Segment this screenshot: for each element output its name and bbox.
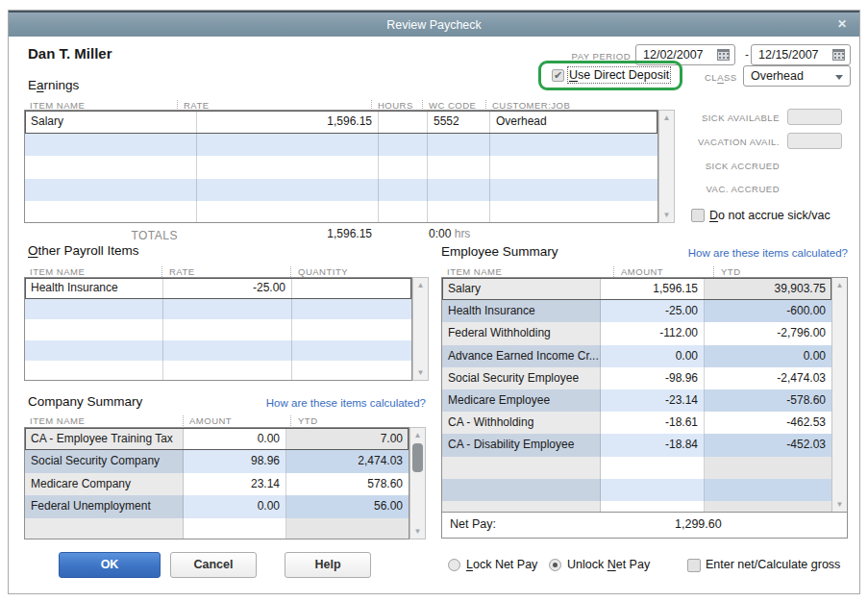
enter-net-checkbox[interactable]: [687, 559, 701, 572]
table-cell[interactable]: 23.14: [184, 473, 286, 495]
table-row[interactable]: Salary1,596.155552Overhead: [25, 111, 657, 134]
table-cell[interactable]: [292, 361, 411, 381]
table-cell[interactable]: [490, 156, 657, 179]
scroll-down-icon[interactable]: ▼: [832, 500, 847, 509]
table-cell[interactable]: [705, 501, 831, 512]
sick-available-input[interactable]: [787, 109, 842, 125]
ok-button[interactable]: OK: [59, 552, 161, 578]
scrollbar-thumb[interactable]: [412, 443, 423, 472]
table-row[interactable]: [25, 361, 411, 381]
company-summary-scrollbar[interactable]: ▲ ▼: [409, 427, 426, 539]
cancel-button[interactable]: Cancel: [170, 552, 257, 578]
table-cell[interactable]: [705, 457, 831, 479]
scroll-up-icon[interactable]: ▲: [832, 281, 847, 289]
table-cell[interactable]: [379, 134, 428, 157]
table-cell[interactable]: CA - Employee Training Tax: [25, 428, 184, 450]
table-cell[interactable]: -2,474.03: [705, 367, 831, 389]
table-row[interactable]: Health Insurance-25.00-600.00: [442, 300, 831, 322]
table-cell[interactable]: -25.00: [601, 300, 705, 322]
scroll-down-icon[interactable]: ▼: [659, 211, 674, 219]
table-cell[interactable]: [292, 319, 411, 340]
table-cell[interactable]: Federal Unemployment: [25, 495, 184, 517]
table-cell[interactable]: -462.53: [705, 412, 831, 434]
table-cell[interactable]: [379, 111, 428, 134]
use-direct-deposit-checkbox[interactable]: ✔: [552, 69, 564, 82]
table-cell[interactable]: [379, 156, 428, 179]
table-cell[interactable]: [379, 179, 428, 202]
lock-net-pay-radio[interactable]: [448, 559, 460, 571]
table-row[interactable]: [25, 179, 657, 202]
table-cell[interactable]: [379, 201, 428, 223]
table-cell[interactable]: [163, 319, 292, 340]
calendar-icon[interactable]: [717, 49, 730, 61]
table-cell[interactable]: [442, 479, 601, 501]
table-row[interactable]: Federal Withholding-112.00-2,796.00: [442, 322, 831, 344]
table-row[interactable]: [25, 319, 411, 340]
table-cell[interactable]: 578.60: [286, 473, 409, 495]
table-row[interactable]: Federal Unemployment0.0056.00: [25, 495, 409, 517]
table-cell[interactable]: Overhead: [490, 111, 657, 134]
table-cell[interactable]: [428, 134, 490, 157]
table-cell[interactable]: [25, 340, 163, 362]
table-row[interactable]: Advance Earned Income Cr...0.000.00: [442, 345, 831, 367]
table-cell[interactable]: [25, 299, 163, 320]
table-cell[interactable]: [428, 179, 490, 202]
table-row[interactable]: CA - Withholding-18.61-462.53: [442, 412, 831, 434]
table-cell[interactable]: [163, 299, 292, 320]
table-cell[interactable]: -98.96: [601, 367, 705, 389]
table-cell[interactable]: -25.00: [163, 278, 292, 299]
table-cell[interactable]: -2,796.00: [705, 322, 831, 344]
table-row[interactable]: [25, 299, 411, 320]
earnings-scrollbar[interactable]: ▲ ▼: [658, 110, 675, 223]
table-cell[interactable]: 0.00: [184, 495, 286, 517]
table-row[interactable]: CA - Disability Employee-18.84-452.03: [442, 434, 831, 456]
table-row[interactable]: [25, 518, 409, 539]
table-cell[interactable]: [292, 340, 411, 362]
unlock-net-pay-radio[interactable]: [549, 559, 561, 571]
table-cell[interactable]: Health Insurance: [442, 300, 601, 322]
table-row[interactable]: Salary1,596.1539,903.75: [442, 278, 831, 300]
other-payroll-scrollbar[interactable]: ▲ ▼: [412, 277, 429, 381]
scroll-down-icon[interactable]: ▼: [410, 527, 425, 536]
help-button[interactable]: Help: [285, 552, 371, 578]
calendar-icon[interactable]: [832, 49, 845, 61]
table-cell[interactable]: -578.60: [705, 389, 831, 412]
table-cell[interactable]: 1,596.15: [601, 278, 705, 300]
scroll-up-icon[interactable]: ▲: [659, 113, 674, 122]
employee-summary-help-link[interactable]: How are these items calculated?: [656, 247, 848, 259]
table-cell[interactable]: Salary: [442, 278, 601, 300]
table-cell[interactable]: [25, 319, 163, 340]
table-cell[interactable]: [490, 201, 657, 223]
table-cell[interactable]: Medicare Company: [25, 473, 184, 495]
table-cell[interactable]: 7.00: [286, 428, 409, 450]
table-row[interactable]: [25, 134, 657, 157]
table-row[interactable]: Social Security Employee-98.96-2,474.03: [442, 367, 831, 389]
table-row[interactable]: [25, 340, 411, 362]
table-row[interactable]: [25, 156, 657, 179]
table-cell[interactable]: -23.14: [601, 389, 705, 412]
table-cell[interactable]: [705, 479, 831, 501]
table-cell[interactable]: Social Security Company: [25, 450, 184, 472]
table-cell[interactable]: [163, 361, 292, 381]
do-not-accrue-checkbox[interactable]: [691, 209, 705, 222]
table-cell[interactable]: Medicare Employee: [442, 389, 601, 412]
table-cell[interactable]: -18.84: [601, 434, 705, 456]
table-cell[interactable]: [163, 340, 292, 362]
table-cell[interactable]: Social Security Employee: [442, 367, 601, 389]
table-cell[interactable]: [25, 156, 197, 179]
table-row[interactable]: [442, 479, 831, 501]
table-cell[interactable]: Advance Earned Income Cr...: [442, 345, 601, 367]
class-dropdown[interactable]: Overhead: [743, 65, 851, 87]
vacation-avail-input[interactable]: [787, 133, 842, 149]
table-cell[interactable]: [428, 156, 490, 179]
lock-net-pay-label[interactable]: Lock Net Pay: [466, 558, 537, 571]
table-row[interactable]: [442, 501, 831, 512]
table-row[interactable]: CA - Employee Training Tax0.007.00: [25, 428, 409, 450]
table-cell[interactable]: [292, 278, 411, 299]
employee-summary-scrollbar[interactable]: ▲ ▼: [831, 278, 847, 512]
table-cell[interactable]: -600.00: [705, 300, 831, 322]
table-row[interactable]: [442, 457, 831, 479]
table-cell[interactable]: -18.61: [601, 412, 705, 434]
table-cell[interactable]: 98.96: [184, 450, 286, 472]
table-row[interactable]: Medicare Employee-23.14-578.60: [442, 389, 831, 412]
